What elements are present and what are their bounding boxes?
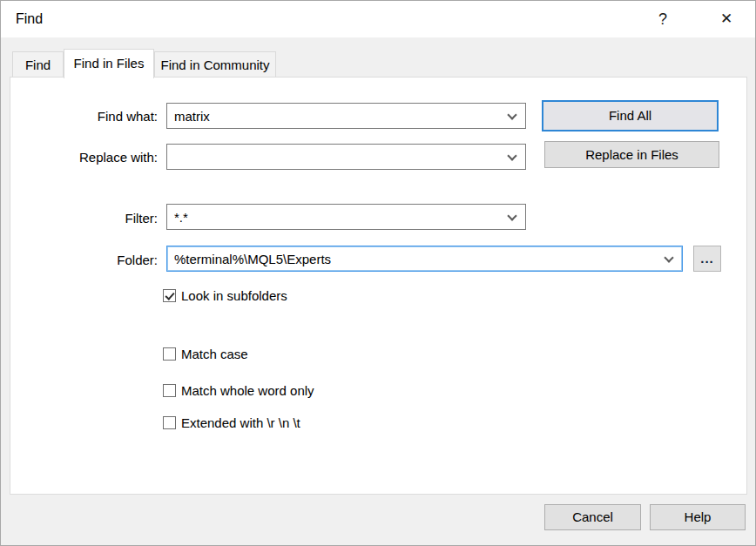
- find-all-button[interactable]: Find All: [542, 100, 719, 131]
- question-mark-icon: ?: [658, 10, 667, 28]
- tab-find-in-files-label: Find in Files: [74, 56, 145, 71]
- extended-chars-checkbox[interactable]: [163, 416, 176, 429]
- window-title: Find: [16, 1, 43, 37]
- browse-folder-button[interactable]: ...: [693, 246, 721, 272]
- folder-dropdown-button[interactable]: [658, 246, 682, 271]
- chevron-down-icon: [507, 151, 516, 160]
- match-whole-word-checkbox[interactable]: [163, 384, 176, 397]
- tab-find[interactable]: Find: [12, 51, 64, 78]
- find-what-input[interactable]: [168, 104, 500, 127]
- folder-label: Folder:: [1, 252, 158, 268]
- match-whole-word-label[interactable]: Match whole word only: [181, 383, 314, 399]
- chevron-down-icon: [507, 211, 516, 220]
- cancel-button[interactable]: Cancel: [544, 504, 641, 530]
- replace-with-input[interactable]: [168, 145, 500, 168]
- window-close-button[interactable]: ✕: [701, 1, 752, 37]
- filter-input[interactable]: [168, 206, 500, 228]
- titlebar: Find ? ✕: [1, 1, 755, 37]
- replace-with-combobox[interactable]: [166, 144, 526, 170]
- help-button[interactable]: Help: [650, 504, 746, 530]
- tab-find-in-community[interactable]: Find in Community: [154, 51, 276, 78]
- chevron-down-icon: [507, 110, 516, 119]
- find-in-files-panel: [10, 77, 747, 495]
- find-what-dropdown-button[interactable]: [501, 104, 525, 128]
- find-what-label: Find what:: [1, 108, 158, 125]
- folder-combobox[interactable]: [166, 246, 683, 272]
- replace-with-dropdown-button[interactable]: [501, 145, 525, 169]
- ellipsis-icon: ...: [700, 251, 714, 266]
- look-in-subfolders-checkbox[interactable]: [163, 289, 176, 302]
- chevron-down-icon: [664, 253, 673, 262]
- close-icon: ✕: [720, 10, 732, 27]
- filter-label: Filter:: [1, 210, 158, 226]
- find-what-combobox[interactable]: [166, 103, 526, 129]
- match-case-checkbox[interactable]: [163, 347, 176, 361]
- find-dialog: Find ? ✕ Find Find in Files Find in Comm…: [0, 0, 756, 546]
- tab-find-label: Find: [25, 57, 51, 72]
- filter-combobox[interactable]: [166, 204, 526, 230]
- extended-chars-label[interactable]: Extended with \r \n \t: [181, 415, 300, 431]
- match-case-label[interactable]: Match case: [181, 347, 248, 362]
- window-help-button[interactable]: ?: [642, 1, 684, 37]
- folder-input[interactable]: [168, 247, 657, 270]
- filter-dropdown-button[interactable]: [501, 205, 525, 229]
- replace-with-label: Replace with:: [1, 149, 158, 165]
- look-in-subfolders-label[interactable]: Look in subfolders: [181, 288, 287, 304]
- tab-find-in-files[interactable]: Find in Files: [64, 49, 154, 78]
- replace-in-files-button[interactable]: Replace in Files: [544, 141, 719, 168]
- tab-find-in-community-label: Find in Community: [160, 57, 269, 72]
